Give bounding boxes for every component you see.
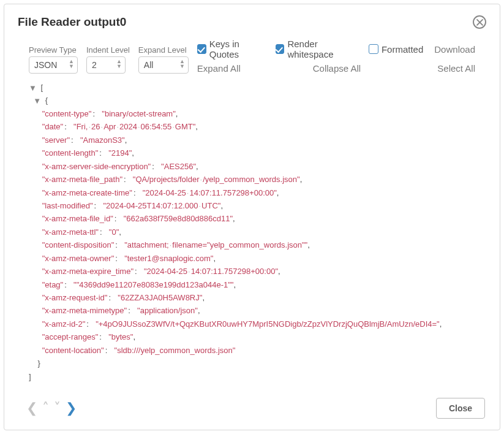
toolbar: Preview Type JSON ▲▼ Indent Level 2 ▲▼ E… [4, 35, 500, 77]
page-nav: ❮ ˄ ˅ ❯ [26, 400, 77, 416]
nav-last-icon[interactable]: ❯ [66, 400, 77, 416]
stepper-icon: ▲▼ [179, 59, 185, 69]
json-row: "x-amz-meta-mimetype": "application/json… [29, 304, 496, 317]
expand-level-label: Expand Level [138, 45, 189, 55]
json-row: "content-location": "sldb:///yelp_common… [29, 344, 496, 357]
stepper-icon: ▲▼ [69, 59, 74, 69]
json-row: "x-amz-meta-file_id": "662a638f759e8d80d… [29, 212, 496, 225]
indent-level-select[interactable]: 2 ▲▼ [86, 56, 126, 74]
indent-level-value: 2 [92, 60, 97, 70]
json-row: "server": "AmazonS3", [29, 134, 496, 147]
nav-next-icon: ˅ [54, 400, 61, 416]
modal-title: File Reader output0 [18, 15, 126, 29]
indent-level-label: Indent Level [86, 45, 130, 55]
json-row: "accept-ranges": "bytes", [29, 330, 496, 343]
preview-type-label: Preview Type [29, 45, 78, 55]
json-row: "content-length": "2194", [29, 147, 496, 159]
json-row: "content-disposition": "attachment;·file… [29, 238, 496, 251]
checkbox-icon [369, 44, 378, 54]
close-button[interactable]: Close [436, 398, 485, 419]
json-row: "x-amz-meta-ttl": "0", [29, 226, 496, 238]
collapse-all-link[interactable]: Collapse All [313, 63, 361, 74]
json-row: "x-amz-meta-file_path": "QA/projects/fol… [29, 173, 496, 186]
preview-type-value: JSON [34, 60, 57, 70]
json-row: "date": "Fri,·26·Apr·2024·06:54:55·GMT", [29, 120, 496, 133]
json-row: "x-amz-meta-owner": "tester1@snaplogic.c… [29, 252, 496, 265]
json-row: "content-type": "binary/octet-stream", [29, 107, 496, 120]
render-whitespace-checkbox[interactable]: Render whitespace [276, 39, 360, 59]
json-viewer[interactable]: ▼ [ ▼ { "content-type": "binary/octet-st… [4, 77, 500, 389]
render-whitespace-label: Render whitespace [287, 39, 359, 59]
json-row: "etag": ""4369dd9e11207e8083e199dd123a04… [29, 278, 496, 291]
expand-all-link[interactable]: Expand All [197, 63, 241, 74]
expand-level-select[interactable]: All ▲▼ [138, 56, 189, 74]
select-all-link[interactable]: Select All [437, 63, 475, 74]
expand-level-value: All [144, 60, 154, 70]
checkbox-icon [276, 44, 285, 54]
json-row: "x-amz-meta-expire_time": "2024-04-25·14… [29, 265, 496, 278]
collapse-toggle-icon[interactable]: ▼ [29, 82, 37, 94]
preview-modal: File Reader output0 Preview Type JSON ▲▼… [4, 4, 500, 430]
json-row: "x-amz-server-side-encryption": "AES256"… [29, 160, 496, 173]
keys-in-quotes-label: Keys in Quotes [209, 39, 267, 59]
close-icon[interactable] [473, 15, 486, 29]
formatted-checkbox[interactable]: Formatted [369, 44, 423, 55]
stepper-icon: ▲▼ [116, 59, 122, 69]
nav-first-icon: ❮ [26, 400, 37, 416]
download-link[interactable]: Download [434, 44, 475, 55]
json-row: "x-amz-request-id": "62ZZA3JA0H5AW8RJ", [29, 291, 496, 304]
formatted-label: Formatted [382, 44, 423, 55]
collapse-toggle-icon[interactable]: ▼ [33, 94, 41, 107]
json-row: "x-amz-meta-create-time": "2024-04-25·14… [29, 186, 496, 199]
nav-prev-icon: ˄ [42, 400, 49, 416]
preview-type-select[interactable]: JSON ▲▼ [29, 56, 78, 74]
keys-in-quotes-checkbox[interactable]: Keys in Quotes [197, 39, 267, 59]
checkbox-icon [197, 44, 206, 54]
json-row: "last-modified": "2024-04-25T14:07:12.00… [29, 199, 496, 212]
modal-header: File Reader output0 [4, 4, 500, 35]
json-row: "x-amz-id-2": "+4pO9JUSsoZ3WfV/t+QqzKBut… [29, 318, 496, 330]
